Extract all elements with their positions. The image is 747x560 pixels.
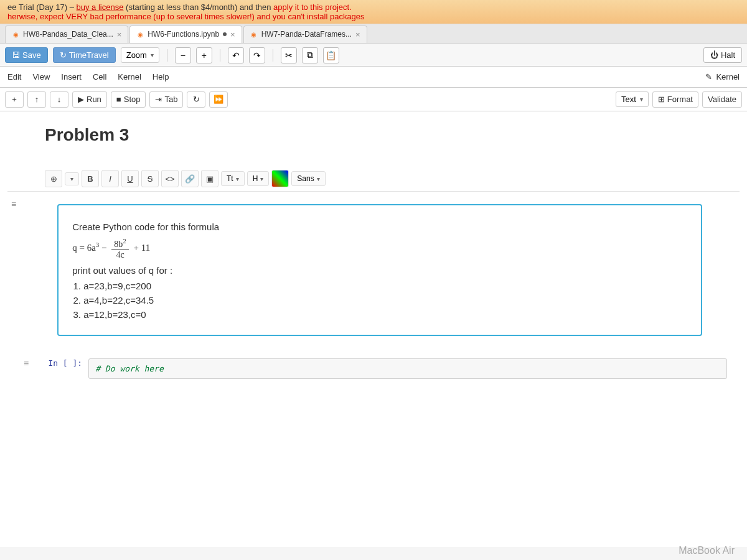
chevron-down-icon: ▾ — [70, 175, 73, 182]
move-down-button[interactable]: ↓ — [50, 91, 68, 108]
redo-button[interactable]: ↷ — [249, 47, 265, 63]
style-dropdown[interactable]: ▾ — [65, 172, 79, 185]
font-dropdown[interactable]: Sans ▾ — [291, 171, 325, 186]
close-icon[interactable]: × — [117, 30, 122, 39]
paste-button[interactable]: 📋 — [323, 47, 339, 63]
plus-button[interactable]: + — [196, 47, 212, 63]
tab-hw8[interactable]: ◉ HW8-Pandas_Data_Clea... × — [5, 26, 128, 43]
notebook-cells: Problem 3 ⊕ ▾ B I U S <> 🔗 ▣ Tt ▾ H ▾ Sa… — [0, 111, 747, 547]
drag-handle-icon[interactable]: ≡ — [7, 199, 20, 209]
minus-button[interactable]: − — [175, 47, 191, 63]
banner-apply-text: apply it to this project. — [273, 2, 352, 12]
separator — [273, 49, 273, 62]
menu-insert[interactable]: Insert — [61, 72, 82, 82]
clock-icon: ↻ — [60, 50, 67, 60]
menu-edit[interactable]: Edit — [7, 72, 21, 82]
timetravel-button[interactable]: ↻ TimeTravel — [53, 47, 116, 63]
buy-license-link[interactable]: buy a license — [77, 2, 124, 12]
menu-kernel[interactable]: Kernel — [118, 72, 141, 82]
fraction: 8b2 4c — [111, 237, 129, 260]
stop-button[interactable]: ■ Stop — [111, 91, 146, 108]
jupyter-icon: ◉ — [250, 30, 258, 38]
frac-num: 8b — [114, 240, 123, 249]
tab-button[interactable]: ⇥ Tab — [149, 91, 183, 108]
formula-part: q = 6a — [72, 243, 96, 253]
menu-view[interactable]: View — [32, 72, 50, 82]
run-button[interactable]: ▶ Run — [72, 91, 107, 108]
save-button[interactable]: 🖫 Save — [5, 47, 48, 63]
chevron-down-icon: ▾ — [260, 175, 263, 182]
tab-hw7[interactable]: ◉ HW7-Panda-DataFrames... × — [243, 26, 367, 43]
list-item: a=4,b=22,c=34.5 — [83, 295, 687, 306]
menu-help[interactable]: Help — [153, 72, 169, 82]
tab-icon: ⇥ — [155, 95, 162, 104]
text-style-dropdown[interactable]: Tt ▾ — [221, 171, 245, 186]
italic-button[interactable]: I — [101, 170, 119, 187]
image-button[interactable]: ▣ — [201, 170, 218, 187]
menu-bar: Edit View Insert Cell Kernel Help ✎ Kern… — [0, 67, 747, 88]
underline-button[interactable]: U — [121, 170, 139, 187]
device-label: MacBook Air — [679, 545, 735, 556]
banner-line2-prefix: herwise, expect VERY bad performance (up… — [7, 12, 273, 21]
formula-minus: − — [99, 243, 109, 253]
code-button[interactable]: <> — [161, 170, 179, 187]
problem-line2: print out values of q for : — [72, 265, 687, 276]
copy-button[interactable]: ⧉ — [302, 47, 318, 63]
problem-heading: Problem 3 — [45, 125, 702, 145]
kernel-indicator[interactable]: ✎ Kernel — [705, 72, 740, 82]
main-toolbar: 🖫 Save ↻ TimeTravel Zoom ▾ − + ↶ ↷ ✂ ⧉ 📋… — [0, 44, 747, 67]
list-item: a=23,b=9,c=200 — [83, 281, 687, 291]
halt-button[interactable]: ⏻ Halt — [703, 47, 742, 63]
pencil-icon: ✎ — [705, 72, 712, 82]
markdown-cell-title[interactable]: Problem 3 — [7, 119, 740, 156]
run-label: Run — [87, 95, 101, 104]
zoom-dropdown[interactable]: Zoom ▾ — [121, 47, 159, 63]
add-cell-button[interactable]: + — [5, 91, 24, 108]
h-label: H — [253, 174, 258, 183]
restart-button[interactable]: ↻ — [187, 91, 205, 108]
font-label: Sans — [297, 174, 314, 183]
file-tabs: ◉ HW8-Pandas_Data_Clea... × ◉ HW6-Functi… — [0, 24, 747, 44]
color-button[interactable] — [271, 170, 289, 187]
notebook-toolbar: + ↑ ↓ ▶ Run ■ Stop ⇥ Tab ↻ ⏩ Text ▾ ⊞ Fo… — [0, 88, 747, 111]
chevron-down-icon: ▾ — [640, 96, 643, 103]
tab-label: HW7-Panda-DataFrames... — [261, 30, 352, 39]
problem-statement[interactable]: Create Python code for this formula q = … — [57, 204, 702, 336]
chevron-down-icon: ▾ — [151, 52, 154, 58]
frac-den: 4c — [111, 250, 129, 260]
format-button[interactable]: ⊞ Format — [652, 91, 698, 108]
cell-type-dropdown[interactable]: Text ▾ — [616, 91, 649, 107]
formula-plus: + 11 — [134, 243, 151, 253]
close-icon[interactable]: × — [355, 30, 360, 39]
add-button[interactable]: ⊕ — [45, 170, 62, 187]
strike-button[interactable]: S — [141, 170, 159, 187]
zoom-label: Zoom — [126, 50, 147, 60]
banner-text: ee Trial (Day 17) – — [7, 2, 77, 12]
jupyter-icon: ◉ — [12, 30, 19, 38]
restart-run-button[interactable]: ⏩ — [209, 91, 228, 108]
validate-button[interactable]: Validate — [702, 91, 742, 108]
tab-label: HW6-Functions.ipynb — [148, 30, 219, 39]
link-button[interactable]: 🔗 — [181, 170, 199, 187]
timetravel-label: TimeTravel — [69, 50, 109, 60]
code-cell[interactable]: ≡ In [ ]: # Do work here — [12, 353, 735, 384]
cut-button[interactable]: ✂ — [281, 47, 297, 63]
tab-hw6[interactable]: ◉ HW6-Functions.ipynb × — [129, 26, 242, 43]
move-up-button[interactable]: ↑ — [27, 91, 46, 108]
validate-label: Validate — [708, 95, 736, 104]
bold-button[interactable]: B — [82, 170, 99, 187]
license-banner: ee Trial (Day 17) – buy a license (start… — [0, 0, 747, 24]
unsaved-dot-icon — [223, 32, 227, 36]
code-input[interactable]: # Do work here — [88, 358, 727, 379]
heading-dropdown[interactable]: H ▾ — [247, 171, 270, 186]
chevron-down-icon: ▾ — [236, 175, 239, 182]
banner-line2-suffix: you can't install packages — [273, 12, 365, 21]
drag-handle-icon[interactable]: ≡ — [20, 358, 32, 379]
play-icon: ▶ — [78, 95, 84, 104]
menu-cell[interactable]: Cell — [93, 72, 106, 82]
rich-text-toolbar: ⊕ ▾ B I U S <> 🔗 ▣ Tt ▾ H ▾ Sans ▾ — [7, 166, 740, 192]
problem-line1: Create Python code for this formula — [72, 222, 687, 232]
close-icon[interactable]: × — [230, 30, 235, 39]
undo-button[interactable]: ↶ — [228, 47, 244, 63]
frac-num-exp: 2 — [123, 237, 126, 245]
